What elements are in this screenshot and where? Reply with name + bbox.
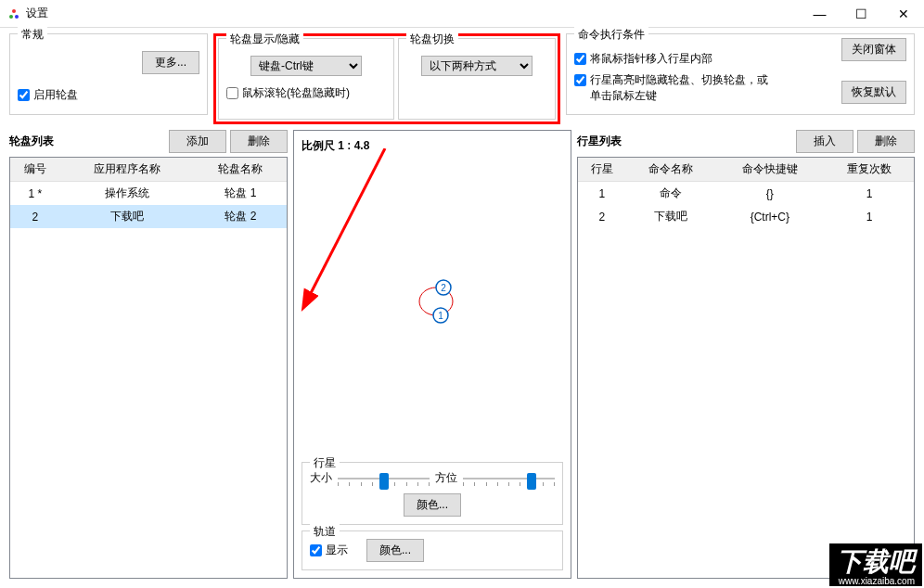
planet-th-1[interactable]: 命令名称 <box>626 158 715 182</box>
wheel-list-box[interactable]: 编号 应用程序名称 轮盘名称 1 * 操作系统 轮盘 1 2 下载吧 <box>9 157 288 579</box>
window-controls: — ☐ ✕ <box>799 0 924 27</box>
cond-opt1-input[interactable] <box>574 53 586 65</box>
planet-list-box[interactable]: 行星 命令名称 命令快捷键 重复次数 1 命令 {} 1 2 <box>577 157 915 579</box>
group-switch: 轮盘切换 以下两种方式 <box>398 38 556 120</box>
orbit-show-checkbox[interactable]: 显示 <box>310 543 348 558</box>
table-row[interactable]: 1 * 操作系统 轮盘 1 <box>10 182 287 206</box>
group-condition: 命令执行条件 关闭窗体 将鼠标指针移入行星内部 行星高亮时隐藏轮盘、切换轮盘，或… <box>566 33 915 115</box>
planet-th-3[interactable]: 重复次数 <box>825 158 914 182</box>
enable-wheel-label: 启用轮盘 <box>33 87 78 103</box>
planet-list-title: 行星列表 <box>577 134 622 149</box>
app-icon <box>7 7 20 20</box>
title-bar: 设置 — ☐ ✕ <box>0 0 924 28</box>
orbit-show-input[interactable] <box>310 544 322 556</box>
restore-default-button[interactable]: 恢复默认 <box>841 81 906 104</box>
group-showhide-label: 轮盘显示/隐藏 <box>226 32 303 47</box>
pos-slider[interactable] <box>463 471 555 486</box>
cond-opt1-checkbox[interactable]: 将鼠标指针移入行星内部 <box>574 51 841 67</box>
orbit-preview-icon: 2 1 <box>413 278 468 334</box>
size-slider[interactable] <box>338 471 430 486</box>
cond-opt2-label: 行星高亮时隐藏轮盘、切换轮盘，或单击鼠标左键 <box>590 72 776 104</box>
group-showhide: 轮盘显示/隐藏 键盘-Ctrl键 鼠标滚轮(轮盘隐藏时) <box>218 38 394 120</box>
group-switch-label: 轮盘切换 <box>406 32 458 47</box>
wheel-table: 编号 应用程序名称 轮盘名称 1 * 操作系统 轮盘 1 2 下载吧 <box>10 158 287 228</box>
group-orbit-label: 轨道 <box>310 524 340 540</box>
enable-wheel-input[interactable] <box>18 89 30 101</box>
wheel-th-2[interactable]: 轮盘名称 <box>195 158 287 182</box>
wheel-add-button[interactable]: 添加 <box>169 130 226 153</box>
preview-canvas: 2 1 <box>302 158 563 456</box>
svg-text:2: 2 <box>441 283 446 293</box>
window-title: 设置 <box>26 6 799 21</box>
table-row[interactable]: 2 下载吧 轮盘 2 <box>10 205 287 228</box>
close-button[interactable]: ✕ <box>882 0 924 27</box>
wheel-list-panel: 轮盘列表 添加 删除 编号 应用程序名称 轮盘名称 1 * <box>9 130 288 579</box>
planet-color-button[interactable]: 颜色... <box>404 493 461 517</box>
wheel-th-1[interactable]: 应用程序名称 <box>59 158 194 182</box>
wheel-delete-button[interactable]: 删除 <box>230 130 288 153</box>
mousewheel-checkbox[interactable]: 鼠标滚轮(轮盘隐藏时) <box>226 85 386 101</box>
group-orbit: 轨道 显示 颜色... <box>302 530 563 570</box>
orbit-show-label: 显示 <box>326 543 348 558</box>
table-row[interactable]: 2 下载吧 {Ctrl+C} 1 <box>578 205 914 228</box>
maximize-button[interactable]: ☐ <box>841 0 882 27</box>
group-general: 常规 更多... 启用轮盘 <box>9 33 208 115</box>
svg-text:1: 1 <box>438 311 443 321</box>
wheel-list-title: 轮盘列表 <box>9 134 54 149</box>
close-window-button[interactable]: 关闭窗体 <box>841 38 906 61</box>
mousewheel-label: 鼠标滚轮(轮盘隐藏时) <box>242 85 350 101</box>
preview-panel: 比例尺 1 : 4.8 2 1 行星 <box>293 130 571 579</box>
cond-opt2-checkbox[interactable]: 行星高亮时隐藏轮盘、切换轮盘，或单击鼠标左键 <box>574 72 841 104</box>
planet-delete-button[interactable]: 删除 <box>857 130 915 153</box>
planet-th-2[interactable]: 命令快捷键 <box>715 158 825 182</box>
highlighted-box: 轮盘显示/隐藏 键盘-Ctrl键 鼠标滚轮(轮盘隐藏时) 轮盘切换 以下两种方式 <box>213 33 560 124</box>
switch-select[interactable]: 以下两种方式 <box>421 56 533 76</box>
planet-insert-button[interactable]: 插入 <box>796 130 853 153</box>
more-button[interactable]: 更多... <box>142 51 199 74</box>
svg-line-0 <box>309 148 385 297</box>
wheel-th-0[interactable]: 编号 <box>10 158 59 182</box>
size-label: 大小 <box>310 470 332 486</box>
enable-wheel-checkbox[interactable]: 启用轮盘 <box>18 87 199 103</box>
pos-label: 方位 <box>435 470 457 486</box>
red-arrow-icon <box>292 148 404 315</box>
planet-table: 行星 命令名称 命令快捷键 重复次数 1 命令 {} 1 2 <box>578 158 914 228</box>
cond-opt1-label: 将鼠标指针移入行星内部 <box>590 51 712 67</box>
orbit-color-button[interactable]: 颜色... <box>366 539 424 562</box>
group-planet-label: 行星 <box>310 455 340 471</box>
group-general-label: 常规 <box>18 27 47 43</box>
minimize-button[interactable]: — <box>799 0 841 27</box>
cond-opt2-input[interactable] <box>574 74 586 86</box>
showhide-select[interactable]: 键盘-Ctrl键 <box>250 56 362 76</box>
planet-list-panel: 行星列表 插入 删除 行星 命令名称 命令快捷键 重复次数 1 <box>577 130 915 579</box>
group-planet: 行星 大小 方位 <box>302 462 563 525</box>
group-condition-label: 命令执行条件 <box>574 27 648 43</box>
mousewheel-input[interactable] <box>226 87 238 99</box>
planet-th-0[interactable]: 行星 <box>578 158 626 182</box>
table-row[interactable]: 1 命令 {} 1 <box>578 182 914 206</box>
